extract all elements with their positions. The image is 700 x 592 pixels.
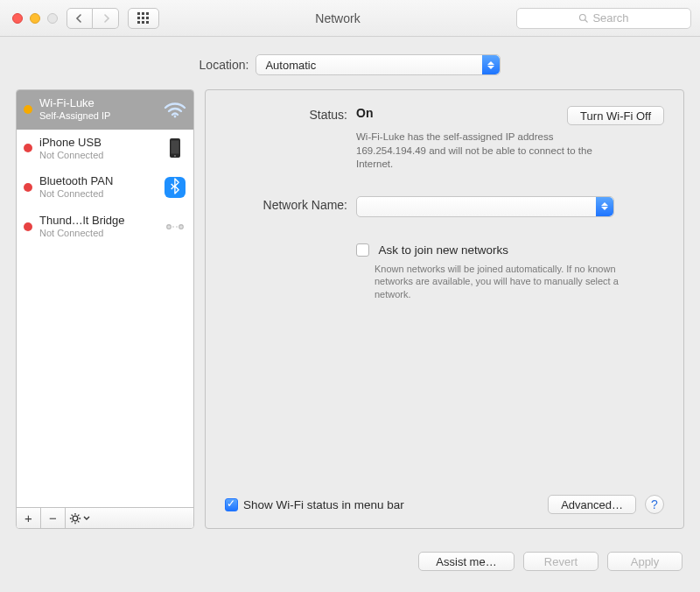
svg-rect-4 (142, 17, 144, 19)
svg-line-29 (72, 521, 73, 522)
svg-point-19 (180, 226, 182, 228)
svg-rect-2 (146, 12, 149, 15)
plus-icon: + (24, 511, 32, 525)
service-list: Wi-Fi-Luke Self-Assigned IP iPhone USB N… (17, 90, 193, 507)
advanced-button[interactable]: Advanced… (548, 495, 636, 514)
svg-rect-3 (137, 17, 140, 19)
stepper-caps-icon (596, 197, 613, 216)
svg-point-22 (73, 516, 78, 521)
minimize-window-button[interactable] (30, 13, 40, 24)
show-status-label: Show Wi-Fi status in menu bar (243, 498, 404, 511)
status-description: Wi-Fi-Luke has the self-assigned IP addr… (356, 130, 619, 172)
minus-icon: − (49, 511, 57, 525)
location-value: Automatic (265, 59, 316, 72)
status-dot-icon (24, 222, 32, 231)
svg-rect-5 (146, 17, 149, 19)
chevron-right-icon (102, 14, 110, 23)
status-label: Status: (225, 106, 347, 172)
service-sub: Not Connected (39, 228, 157, 239)
svg-point-21 (176, 226, 178, 228)
back-button[interactable] (66, 8, 93, 29)
revert-button[interactable]: Revert (523, 552, 598, 571)
bluetooth-icon (164, 176, 186, 199)
svg-point-14 (174, 155, 176, 157)
status-dot-icon (24, 105, 32, 114)
titlebar: Network Search (0, 0, 700, 37)
svg-line-30 (78, 514, 79, 515)
service-name: Wi-Fi-Luke (39, 97, 157, 110)
service-name: Bluetooth PAN (39, 175, 157, 188)
service-item-wifi[interactable]: Wi-Fi-Luke Self-Assigned IP (17, 90, 193, 130)
service-text: iPhone USB Not Connected (39, 137, 157, 161)
svg-rect-1 (142, 12, 144, 15)
chevron-down-icon (83, 516, 90, 521)
zoom-window-button[interactable] (47, 13, 58, 24)
svg-point-20 (172, 226, 174, 228)
location-label: Location: (200, 58, 249, 72)
detail-footer: Show Wi-Fi status in menu bar Advanced… … (225, 495, 664, 514)
status-dot-icon (24, 144, 32, 152)
thunderbolt-icon (164, 215, 186, 238)
status-row: Status: On Turn Wi-Fi Off Wi-Fi-Luke has… (225, 106, 664, 172)
location-row: Location: Automatic (0, 37, 700, 89)
service-sub: Not Connected (39, 150, 157, 161)
network-name-row: Network Name: Ask to join new networks K… (225, 196, 664, 302)
ask-join-description: Known networks will be joined automatica… (374, 263, 620, 302)
add-service-button[interactable]: + (17, 508, 41, 528)
network-name-popup[interactable] (356, 196, 614, 217)
apply-button[interactable]: Apply (607, 552, 682, 571)
assist-me-button[interactable]: Assist me… (418, 552, 514, 571)
chevron-left-icon (75, 14, 84, 23)
toggle-wifi-button[interactable]: Turn Wi-Fi Off (567, 106, 664, 125)
close-window-button[interactable] (12, 13, 23, 24)
svg-line-28 (78, 521, 79, 522)
ask-join-label: Ask to join new networks (378, 243, 508, 257)
window-footer: Assist me… Revert Apply (0, 545, 700, 571)
nav-back-forward (66, 8, 119, 29)
service-text: Bluetooth PAN Not Connected (39, 175, 157, 200)
search-icon (578, 13, 589, 24)
forward-button[interactable] (93, 8, 119, 29)
service-name: Thund…lt Bridge (39, 215, 157, 228)
svg-rect-6 (137, 21, 140, 24)
svg-rect-13 (172, 141, 179, 154)
svg-rect-8 (146, 21, 149, 24)
service-text: Wi-Fi-Luke Self-Assigned IP (39, 97, 157, 122)
service-item-iphone-usb[interactable]: iPhone USB Not Connected (17, 130, 193, 169)
ask-join-checkbox[interactable] (356, 243, 369, 257)
window-title: Network (168, 11, 508, 25)
status-dot-icon (24, 183, 32, 192)
svg-point-9 (580, 14, 586, 20)
service-item-thunderbolt-bridge[interactable]: Thund…lt Bridge Not Connected (17, 208, 193, 247)
svg-rect-0 (137, 12, 140, 15)
window-controls (12, 13, 58, 24)
sidebar-footer: + − (17, 507, 193, 528)
service-name: iPhone USB (39, 137, 157, 150)
svg-rect-7 (142, 21, 144, 24)
svg-line-10 (585, 19, 588, 22)
service-text: Thund…lt Bridge Not Connected (39, 215, 157, 239)
service-item-bluetooth-pan[interactable]: Bluetooth PAN Not Connected (17, 168, 193, 208)
show-status-checkbox[interactable] (225, 498, 238, 511)
gear-icon (69, 512, 81, 525)
main-area: Wi-Fi-Luke Self-Assigned IP iPhone USB N… (0, 89, 700, 545)
service-sub: Self-Assigned IP (39, 110, 157, 122)
svg-point-11 (174, 115, 177, 117)
network-name-label: Network Name: (225, 196, 347, 302)
detail-pane: Status: On Turn Wi-Fi Off Wi-Fi-Luke has… (205, 89, 684, 529)
show-all-prefs-button[interactable] (128, 8, 159, 29)
location-popup[interactable]: Automatic (256, 54, 500, 75)
search-field[interactable]: Search (516, 8, 691, 29)
grid-icon (137, 12, 150, 25)
svg-line-27 (72, 514, 73, 515)
service-action-menu[interactable] (66, 508, 193, 528)
service-sidebar: Wi-Fi-Luke Self-Assigned IP iPhone USB N… (16, 89, 194, 529)
question-icon: ? (651, 497, 658, 511)
ask-join-row: Ask to join new networks Known networks … (356, 242, 664, 302)
remove-service-button[interactable]: − (41, 508, 66, 528)
help-button[interactable]: ? (645, 495, 664, 514)
service-sub: Not Connected (39, 188, 157, 200)
iphone-icon (164, 137, 186, 159)
status-value: On (356, 106, 373, 120)
svg-point-18 (168, 226, 170, 228)
